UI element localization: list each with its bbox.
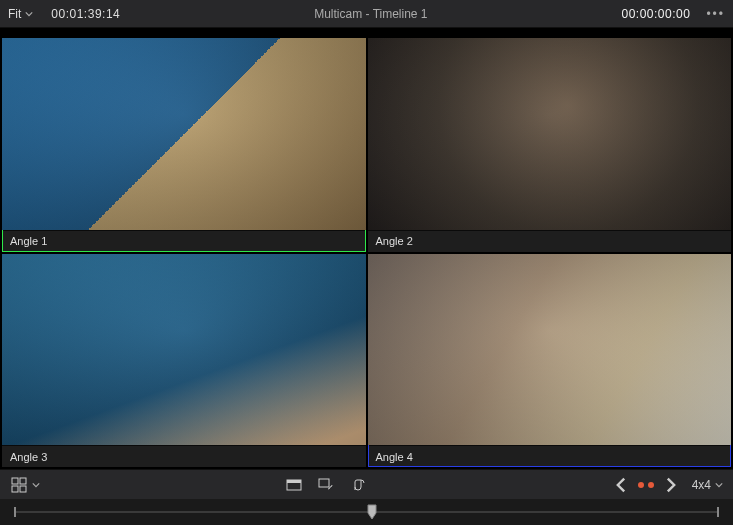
- track-start-tick: [14, 507, 16, 517]
- svg-rect-2: [12, 486, 18, 492]
- options-menu-icon[interactable]: •••: [706, 7, 725, 21]
- track-end-tick: [717, 507, 719, 517]
- source-timecode: 00:01:39:14: [51, 7, 120, 21]
- chevron-down-icon: [25, 10, 33, 18]
- angle-label: Angle 2: [376, 235, 413, 247]
- jog-bar[interactable]: [0, 499, 733, 525]
- video-switch-icon[interactable]: [285, 476, 303, 494]
- grid-layout-dropdown[interactable]: 4x4: [692, 478, 723, 492]
- zoom-dropdown[interactable]: Fit: [8, 7, 33, 21]
- audio-switch-icon[interactable]: [349, 476, 367, 494]
- angle-cell-2[interactable]: Angle 2: [368, 38, 732, 252]
- record-timecode: 00:00:00:00: [621, 7, 690, 21]
- angle-label-bar: Angle 1: [2, 230, 366, 252]
- angle-label: Angle 3: [10, 451, 47, 463]
- clip-title: Multicam - Timeline 1: [130, 7, 611, 21]
- angle-thumbnail: [2, 254, 366, 446]
- angle-thumbnail: [368, 38, 732, 230]
- svg-rect-0: [12, 478, 18, 484]
- audio-video-switch-icon[interactable]: [317, 476, 335, 494]
- angle-label-bar: Angle 3: [2, 445, 366, 467]
- marker-dot-icon: [648, 482, 654, 488]
- angle-label: Angle 1: [10, 235, 47, 247]
- svg-rect-6: [319, 479, 329, 487]
- prev-edit-button[interactable]: [612, 476, 630, 494]
- angle-thumbnail: [368, 254, 732, 446]
- angle-thumbnail: [2, 38, 366, 230]
- viewer-bottom-bar: 4x4: [0, 469, 733, 499]
- multicam-grid: Angle 1 Angle 2 Angle 3 Angle 4: [0, 28, 733, 469]
- angle-cell-4[interactable]: Angle 4: [368, 254, 732, 468]
- angle-label-bar: Angle 2: [368, 230, 732, 252]
- angle-label: Angle 4: [376, 451, 413, 463]
- playhead-handle[interactable]: [367, 504, 377, 520]
- marker-dot-icon: [638, 482, 644, 488]
- angle-cell-3[interactable]: Angle 3: [2, 254, 366, 468]
- svg-rect-3: [20, 486, 26, 492]
- jog-track: [14, 511, 719, 513]
- svg-rect-5: [287, 480, 301, 483]
- viewer-toolbar: Fit 00:01:39:14 Multicam - Timeline 1 00…: [0, 0, 733, 28]
- svg-rect-1: [20, 478, 26, 484]
- grid-layout-label: 4x4: [692, 478, 711, 492]
- switch-mode-group: [285, 476, 367, 494]
- chevron-down-icon: [715, 481, 723, 489]
- view-mode-dropdown[interactable]: [10, 476, 40, 494]
- angle-cell-1[interactable]: Angle 1: [2, 38, 366, 252]
- marker-dots: [638, 482, 654, 488]
- next-edit-button[interactable]: [662, 476, 680, 494]
- multicam-grid-icon: [10, 476, 28, 494]
- chevron-down-icon: [32, 481, 40, 489]
- zoom-label: Fit: [8, 7, 21, 21]
- nav-group: [612, 476, 680, 494]
- angle-label-bar: Angle 4: [368, 445, 732, 467]
